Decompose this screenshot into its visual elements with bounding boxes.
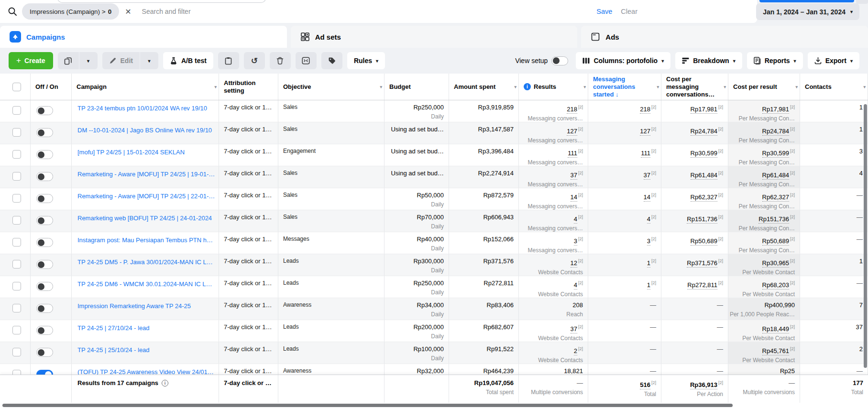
campaign-name-link[interactable]: DM --10-01-2024 | Jago BS Online WA rev … xyxy=(77,127,212,134)
row-checkbox-cell xyxy=(8,364,31,375)
clear-button[interactable]: Clear xyxy=(621,8,637,15)
campaign-name-link[interactable]: TP 23-24 tembus ptn 10/01/2024 WA rev 19… xyxy=(77,105,207,112)
close-icon[interactable]: ✕ xyxy=(125,7,131,16)
header-contacts[interactable]: Contacts▾ xyxy=(800,74,868,100)
campaign-toggle[interactable] xyxy=(36,348,53,357)
compare-button[interactable] xyxy=(296,52,317,69)
tab-ads[interactable]: Ads xyxy=(581,26,868,48)
campaign-name-link[interactable]: Impression Remarketing Aware TP 24-25 xyxy=(77,302,191,310)
campaign-name-link[interactable]: TP 24-25 | 25/10/24 - lead xyxy=(77,346,150,354)
header-cost-per-messaging[interactable]: Cost per messaging conversations…▾ xyxy=(661,74,728,100)
campaign-name-link[interactable]: Remarketing - Aware [MOFU] TP 24/25 | 22… xyxy=(77,193,215,200)
export-button[interactable]: Export ▾ xyxy=(808,52,859,69)
messaging-conversations-cell: — xyxy=(588,342,661,364)
row-checkbox[interactable] xyxy=(12,260,21,268)
ab-test-button[interactable]: A/B test xyxy=(163,52,213,69)
campaign-name-link[interactable]: TP 24-25 DM6 - WMCM 30.01.2024-MAN IC L… xyxy=(77,280,212,288)
breakdown-button[interactable]: Breakdown ▾ xyxy=(675,52,742,69)
campaign-name-link[interactable]: [mofu] TP 24/25 | 15-01-2024 SEKLAN xyxy=(77,149,185,156)
campaign-toggle[interactable] xyxy=(36,216,53,225)
campaign-toggle[interactable] xyxy=(36,150,53,159)
results-cell: 2[2]Website Contacts xyxy=(519,342,588,364)
sort-caret-icon: ▾ xyxy=(724,83,726,91)
columns-button[interactable]: Columns: portofolio ▾ xyxy=(576,52,670,69)
horizontal-scrollbar[interactable] xyxy=(0,403,868,408)
row-checkbox[interactable] xyxy=(12,106,21,115)
toggle-cell xyxy=(31,166,72,188)
campaign-name-link[interactable]: (TOFU) TP 24-25 Awareness Video View 24/… xyxy=(77,368,214,375)
cost-per-messaging-cell: Rp24,784[2] xyxy=(661,122,728,144)
campaign-toggle[interactable] xyxy=(36,370,53,375)
campaign-toggle[interactable] xyxy=(36,326,53,335)
paste-button[interactable] xyxy=(218,52,239,69)
select-all-checkbox[interactable] xyxy=(12,83,21,91)
campaign-toggle[interactable] xyxy=(36,304,53,313)
row-checkbox[interactable] xyxy=(12,150,21,159)
cost-per-messaging-cell: Rp62,327[2] xyxy=(661,188,728,210)
campaign-name-link[interactable]: TP 24-25 DM5 - P. Jawa 30/01/2024-MAN IC… xyxy=(77,258,213,266)
campaign-name-link[interactable]: Remarketing - Aware [MOFU] TP 24/25 | 19… xyxy=(77,171,215,178)
header-campaign[interactable]: Campaign▾ xyxy=(72,74,219,100)
campaign-toggle[interactable] xyxy=(36,238,53,247)
toggle-cell xyxy=(31,320,72,342)
results-cell: 4[2]Website Contacts xyxy=(519,276,588,298)
row-checkbox[interactable] xyxy=(12,216,21,225)
tab-campaigns[interactable]: Campaigns xyxy=(0,26,287,48)
campaign-toggle[interactable] xyxy=(36,128,53,137)
row-checkbox-cell xyxy=(8,188,31,210)
toggle-cell xyxy=(31,188,72,210)
search-input[interactable]: Search and filter xyxy=(142,8,191,15)
row-checkbox[interactable] xyxy=(12,238,21,247)
row-checkbox[interactable] xyxy=(12,348,21,356)
campaign-toggle[interactable] xyxy=(36,260,53,269)
row-checkbox[interactable] xyxy=(12,370,21,375)
row-checkbox[interactable] xyxy=(12,326,21,334)
cost-per-result-cell: Rp18,449[2]Per Website Contact xyxy=(728,320,800,342)
toggle-cell xyxy=(31,298,72,320)
duplicate-dropdown-button[interactable]: ▾ xyxy=(79,52,98,69)
header-cost-per-result[interactable]: Cost per result▾ xyxy=(728,74,800,100)
header-results[interactable]: iResults▾ xyxy=(519,74,588,100)
vertical-scrollbar-thumb[interactable] xyxy=(864,104,867,368)
tag-button[interactable] xyxy=(321,52,342,69)
reports-button[interactable]: Reports ▾ xyxy=(747,52,803,69)
row-checkbox[interactable] xyxy=(12,194,21,203)
results-cell: 3[2]Messaging convers… xyxy=(519,232,588,254)
date-range-picker[interactable]: Jan 1, 2024 – Jan 31, 2024 ▾ xyxy=(756,3,859,20)
campaign-name-link[interactable]: Remarketing web [BOFU] TP 24/25 | 24-01-… xyxy=(77,215,212,222)
row-checkbox[interactable] xyxy=(12,304,21,312)
header-objective[interactable]: Objective▾ xyxy=(278,74,385,100)
campaign-toggle[interactable] xyxy=(36,172,53,181)
horizontal-scrollbar-thumb[interactable] xyxy=(2,404,733,407)
tab-ad-sets[interactable]: Ad sets xyxy=(291,26,578,48)
header-messaging-conversations-started[interactable]: Messaging conversations started ↓▾ xyxy=(588,74,661,100)
header-attribution-setting[interactable]: Attribution setting xyxy=(219,74,278,100)
messaging-conversations-cell: 3[2] xyxy=(588,232,661,254)
campaign-name-link[interactable]: Instagram post: Mau Persiapan Tembus PTN… xyxy=(77,236,213,244)
table-row: Instagram post: Mau Persiapan Tembus PTN… xyxy=(0,232,868,254)
cost-per-messaging-cell: Rp371,576[2] xyxy=(661,254,728,276)
edit-dropdown-button[interactable]: ▾ xyxy=(140,52,158,69)
view-setup-toggle[interactable] xyxy=(551,56,568,65)
campaign-toggle[interactable] xyxy=(36,282,53,291)
attribution-cell: 7-day click or 1… xyxy=(219,232,278,254)
budget-cell: Rp50,000Daily xyxy=(385,188,449,210)
edit-button[interactable]: Edit xyxy=(102,52,140,69)
campaign-name-link[interactable]: TP 24-25 | 27/10/24 - lead xyxy=(77,324,150,332)
row-checkbox[interactable] xyxy=(12,282,21,290)
revert-button[interactable]: ↺ xyxy=(244,52,265,69)
save-button[interactable]: Save xyxy=(596,8,612,15)
row-checkbox-cell xyxy=(8,232,31,254)
header-amount-spent[interactable]: Amount spent▾ xyxy=(449,74,519,100)
cost-per-result-cell: Rp25 xyxy=(728,364,800,375)
row-checkbox[interactable] xyxy=(12,172,21,181)
duplicate-button[interactable] xyxy=(58,52,79,69)
header-budget[interactable]: Budget xyxy=(385,74,449,100)
rules-button[interactable]: Rules ▾ xyxy=(347,52,385,69)
campaign-toggle[interactable] xyxy=(36,106,53,115)
delete-button[interactable] xyxy=(270,52,291,69)
campaign-toggle[interactable] xyxy=(36,194,53,203)
row-checkbox[interactable] xyxy=(12,128,21,137)
filter-chip[interactable]: Impressions (Campaign) >0 xyxy=(22,3,119,20)
create-button[interactable]: + Create xyxy=(9,52,53,69)
